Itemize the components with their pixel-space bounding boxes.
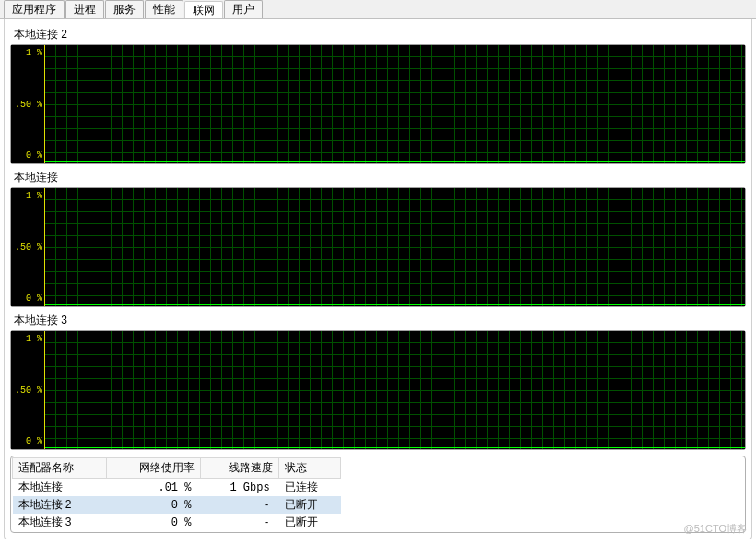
- chart-title-2: 本地连接 3: [10, 311, 746, 330]
- chart-1: 1 % .50 % 0 %: [10, 187, 746, 307]
- chart-0-ytick: 0 %: [13, 150, 42, 160]
- chart-0-grid: [44, 45, 745, 163]
- chart-2: 1 % .50 % 0 %: [10, 330, 746, 450]
- tab-performance[interactable]: 性能: [145, 0, 183, 18]
- tab-applications[interactable]: 应用程序: [4, 0, 65, 18]
- cell-usage: .01 %: [106, 479, 200, 497]
- table-row[interactable]: 本地连接 3 0 % - 已断开: [13, 514, 341, 531]
- cell-usage: 0 %: [106, 496, 200, 514]
- watermark: @51CTO博客: [684, 522, 747, 536]
- tab-services[interactable]: 服务: [105, 0, 144, 18]
- chart-2-ytick: .50 %: [13, 385, 42, 396]
- chart-title-1: 本地连接: [10, 168, 746, 187]
- tab-processes[interactable]: 进程: [65, 0, 104, 18]
- tab-networking[interactable]: 联网: [184, 1, 223, 18]
- chart-2-grid: [44, 331, 745, 449]
- chart-1-ytick: 0 %: [13, 293, 42, 303]
- chart-0-ylabels: 1 % .50 % 0 %: [11, 45, 44, 163]
- cell-name: 本地连接 3: [13, 514, 107, 531]
- table-row[interactable]: 本地连接 .01 % 1 Gbps 已连接: [13, 479, 341, 497]
- cell-usage: 0 %: [106, 514, 200, 531]
- col-adapter-name[interactable]: 适配器名称: [13, 458, 107, 479]
- adapter-table-wrap: 适配器名称 网络使用率 线路速度 状态 本地连接 .01 % 1 Gbps 已连…: [10, 456, 746, 533]
- chart-0-line: [45, 161, 745, 162]
- chart-0: 1 % .50 % 0 %: [10, 44, 746, 164]
- chart-1-grid: [44, 188, 745, 306]
- chart-1-line: [45, 304, 745, 305]
- chart-2-ylabels: 1 % .50 % 0 %: [11, 331, 44, 449]
- chart-1-ylabels: 1 % .50 % 0 %: [11, 188, 44, 306]
- chart-2-line: [45, 447, 745, 448]
- networking-panel: 本地连接 2 1 % .50 % 0 % 本地连接 1 % .50 % 0 %: [4, 19, 752, 539]
- cell-name: 本地连接 2: [13, 496, 107, 514]
- chart-section-0: 本地连接 2 1 % .50 % 0 %: [10, 25, 746, 164]
- cell-status: 已断开: [279, 496, 341, 514]
- col-status[interactable]: 状态: [279, 458, 341, 479]
- adapter-table: 适配器名称 网络使用率 线路速度 状态 本地连接 .01 % 1 Gbps 已连…: [12, 457, 341, 531]
- tab-bar: 应用程序 进程 服务 性能 联网 用户: [0, 0, 756, 19]
- chart-2-ytick: 0 %: [13, 436, 42, 446]
- chart-section-2: 本地连接 3 1 % .50 % 0 %: [10, 311, 746, 450]
- col-speed[interactable]: 线路速度: [200, 458, 278, 479]
- cell-status: 已断开: [279, 514, 341, 531]
- cell-speed: 1 Gbps: [200, 479, 278, 497]
- chart-1-ytick: 1 %: [13, 191, 42, 201]
- chart-2-ytick: 1 %: [13, 334, 42, 344]
- chart-title-0: 本地连接 2: [10, 25, 746, 44]
- cell-name: 本地连接: [13, 479, 107, 497]
- cell-speed: -: [200, 514, 278, 531]
- chart-0-ytick: 1 %: [13, 48, 42, 58]
- col-usage[interactable]: 网络使用率: [106, 458, 200, 479]
- table-header-row: 适配器名称 网络使用率 线路速度 状态: [13, 458, 341, 479]
- chart-0-ytick: .50 %: [13, 100, 42, 110]
- table-row[interactable]: 本地连接 2 0 % - 已断开: [13, 496, 341, 514]
- cell-speed: -: [200, 496, 278, 514]
- chart-section-1: 本地连接 1 % .50 % 0 %: [10, 168, 746, 307]
- cell-status: 已连接: [279, 479, 341, 497]
- chart-1-ytick: .50 %: [13, 243, 42, 253]
- tab-users[interactable]: 用户: [224, 0, 263, 18]
